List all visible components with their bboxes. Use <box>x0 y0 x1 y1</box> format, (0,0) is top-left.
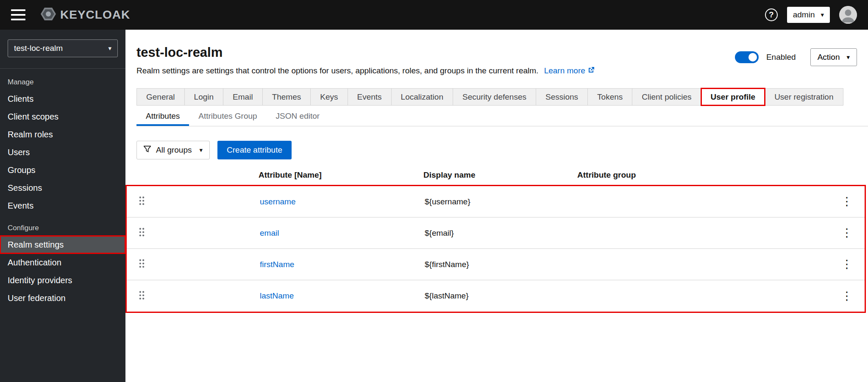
tab-sessions[interactable]: Sessions <box>536 88 588 106</box>
tab-user-registration[interactable]: User registration <box>765 88 843 106</box>
table-row: lastName ${lastName} ⋮ <box>127 280 865 312</box>
tab-user-profile[interactable]: User profile <box>701 88 765 106</box>
column-display-name: Display name <box>423 170 577 180</box>
external-link-icon <box>588 66 595 75</box>
subtab-attributes[interactable]: Attributes <box>136 106 189 126</box>
user-menu-dropdown[interactable]: admin ▾ <box>787 7 830 23</box>
create-attribute-button[interactable]: Create attribute <box>217 141 292 159</box>
column-attribute-name: Attribute [Name] <box>259 170 423 180</box>
attribute-name-link[interactable]: username <box>260 197 296 206</box>
nav-section-configure: Configure <box>8 224 118 232</box>
tab-localization[interactable]: Localization <box>391 88 453 106</box>
sidebar-item-client-scopes[interactable]: Client scopes <box>0 108 125 125</box>
drag-handle-icon[interactable] <box>139 227 145 237</box>
column-attribute-group: Attribute group <box>577 170 832 180</box>
realm-selector-dropdown[interactable]: test-loc-realm ▾ <box>8 39 118 57</box>
enabled-label: Enabled <box>766 53 796 62</box>
sidebar-item-realm-roles[interactable]: Realm roles <box>0 125 125 143</box>
brand-text: KEYCLOAK <box>60 8 130 22</box>
chevron-down-icon: ▾ <box>108 45 111 52</box>
sidebar: test-loc-realm ▾ Manage Clients Client s… <box>0 30 125 382</box>
enabled-toggle[interactable] <box>735 51 759 63</box>
sidebar-item-users[interactable]: Users <box>0 143 125 161</box>
tab-tokens[interactable]: Tokens <box>587 88 632 106</box>
drag-handle-icon[interactable] <box>139 259 145 268</box>
page-header: test-loc-realm Realm settings are settin… <box>125 30 868 75</box>
realm-settings-tabs: General Login Email Themes Keys Events L… <box>136 88 868 106</box>
page-description: Realm settings are settings that control… <box>136 66 595 75</box>
kebab-menu-icon[interactable]: ⋮ <box>837 288 857 304</box>
tab-login[interactable]: Login <box>184 88 224 106</box>
page-header-controls: Enabled Action ▾ <box>735 48 857 66</box>
sidebar-item-groups[interactable]: Groups <box>0 161 125 179</box>
attributes-toolbar: All groups ▾ Create attribute <box>136 141 857 159</box>
chevron-down-icon: ▾ <box>821 11 824 19</box>
nav-list-manage: Clients Client scopes Realm roles Users … <box>0 90 125 215</box>
attributes-table: Attribute [Name] Display name Attribute … <box>125 165 868 313</box>
learn-more-link[interactable]: Learn more <box>544 66 595 75</box>
sidebar-item-clients[interactable]: Clients <box>0 90 125 108</box>
realm-selector-label: test-loc-realm <box>14 44 63 53</box>
sidebar-divider <box>0 68 125 69</box>
tab-email[interactable]: Email <box>223 88 263 106</box>
sidebar-item-sessions[interactable]: Sessions <box>0 179 125 197</box>
group-filter-label: All groups <box>156 145 192 155</box>
attribute-name-link[interactable]: email <box>260 229 279 237</box>
kebab-menu-icon[interactable]: ⋮ <box>837 193 857 210</box>
table-row: firstName ${firstName} ⋮ <box>127 249 865 280</box>
topbar-right: ? admin ▾ <box>765 6 857 24</box>
page-description-text: Realm settings are settings that control… <box>136 66 538 75</box>
subtab-attributes-group[interactable]: Attributes Group <box>189 106 266 126</box>
display-name-cell: ${username} <box>425 197 579 206</box>
chevron-down-icon: ▾ <box>200 146 203 154</box>
tab-themes[interactable]: Themes <box>262 88 311 106</box>
sidebar-item-identity-providers[interactable]: Identity providers <box>0 271 125 289</box>
keycloak-logo[interactable]: KEYCLOAK <box>41 6 130 23</box>
learn-more-label: Learn more <box>544 66 585 75</box>
action-dropdown[interactable]: Action ▾ <box>810 48 857 66</box>
display-name-cell: ${lastName} <box>425 291 579 301</box>
user-profile-subtabs: Attributes Attributes Group JSON editor <box>136 106 868 126</box>
tab-events[interactable]: Events <box>348 88 392 106</box>
help-icon[interactable]: ? <box>765 8 778 21</box>
sidebar-item-authentication[interactable]: Authentication <box>0 254 125 271</box>
drag-handle-icon[interactable] <box>139 196 145 206</box>
subtab-json-editor[interactable]: JSON editor <box>267 106 329 126</box>
group-filter-dropdown[interactable]: All groups ▾ <box>136 141 210 159</box>
kebab-menu-icon[interactable]: ⋮ <box>837 256 857 273</box>
attribute-name-link[interactable]: firstName <box>260 260 294 269</box>
keycloak-admin-console: KEYCLOAK ? admin ▾ test-loc-realm ▾ <box>0 0 868 382</box>
page-title: test-loc-realm <box>136 45 595 60</box>
kebab-menu-icon[interactable]: ⋮ <box>837 225 857 241</box>
display-name-cell: ${email} <box>425 229 579 238</box>
topbar: KEYCLOAK ? admin ▾ <box>0 0 868 30</box>
tab-security-defenses[interactable]: Security defenses <box>453 88 536 106</box>
keycloak-logo-icon <box>41 6 56 23</box>
filter-icon <box>144 145 151 155</box>
hamburger-menu-icon[interactable] <box>11 9 25 20</box>
username-label: admin <box>793 10 815 20</box>
avatar[interactable] <box>839 6 857 24</box>
sidebar-item-user-federation[interactable]: User federation <box>0 289 125 307</box>
drag-handle-icon[interactable] <box>139 290 145 300</box>
table-row: username ${username} ⋮ <box>127 186 865 217</box>
nav-list-configure: Realm settings Authentication Identity p… <box>0 236 125 307</box>
tab-general[interactable]: General <box>136 88 185 106</box>
sidebar-item-realm-settings[interactable]: Realm settings <box>0 236 125 254</box>
table-header: Attribute [Name] Display name Attribute … <box>125 165 868 185</box>
tab-keys[interactable]: Keys <box>310 88 348 106</box>
page-header-left: test-loc-realm Realm settings are settin… <box>136 45 595 75</box>
main-layout: test-loc-realm ▾ Manage Clients Client s… <box>0 30 868 382</box>
action-label: Action <box>818 53 840 62</box>
nav-section-manage: Manage <box>8 78 118 86</box>
table-row: email ${email} ⋮ <box>127 217 865 249</box>
sidebar-item-events[interactable]: Events <box>0 197 125 215</box>
chevron-down-icon: ▾ <box>846 53 850 61</box>
display-name-cell: ${firstName} <box>425 260 579 269</box>
content: test-loc-realm Realm settings are settin… <box>125 30 868 382</box>
attribute-name-link[interactable]: lastName <box>260 291 294 300</box>
rows-annotation-box: username ${username} ⋮ email ${email} <box>125 185 866 313</box>
tab-client-policies[interactable]: Client policies <box>632 88 701 106</box>
